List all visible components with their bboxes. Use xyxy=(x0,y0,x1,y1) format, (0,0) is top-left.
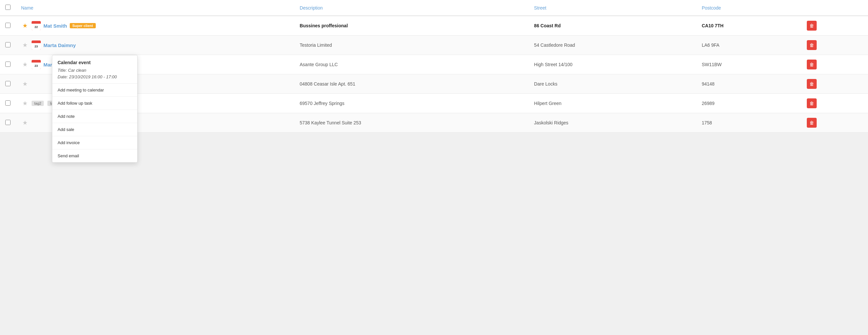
delete-button[interactable]: 🗑 xyxy=(807,60,817,69)
actions-cell: 🗑 xyxy=(802,35,868,55)
delete-button[interactable]: 🗑 xyxy=(807,40,817,50)
row-checkbox[interactable] xyxy=(5,62,10,67)
star-icon[interactable]: ★ xyxy=(22,41,28,49)
row-checkbox[interactable] xyxy=(5,23,10,28)
delete-button[interactable]: 🗑 xyxy=(807,118,817,128)
row-checkbox-cell xyxy=(0,16,16,35)
postcode-cell: LA6 9FA xyxy=(696,35,802,55)
description-cell: 5738 Kaylee Tunnel Suite 253 xyxy=(294,113,529,132)
street-cell: Jaskolski Ridges xyxy=(529,113,696,132)
description-cell: 04808 Ceasar Isle Apt. 651 xyxy=(294,74,529,94)
row-checkbox-cell xyxy=(0,94,16,113)
table-header: Name Description Street Postcode xyxy=(0,0,868,16)
street-cell: Dare Locks xyxy=(529,74,696,94)
star-icon[interactable]: ★ xyxy=(22,61,28,68)
table-row: ★23Martin KowalskyVIPCalendar eventTitle… xyxy=(0,55,868,74)
postcode-cell: 1758 xyxy=(696,113,802,132)
contact-badge: Super client xyxy=(70,23,96,28)
description-cell: Asante Group LLC xyxy=(294,55,529,74)
col-description: Description xyxy=(294,0,529,16)
table-row: ★23Marta DaimnyTestoria Limited54 Castle… xyxy=(0,35,868,55)
delete-button[interactable]: 🗑 xyxy=(807,98,817,108)
calendar-icon[interactable]: 23 xyxy=(32,40,41,50)
table-row: ★22Mat SmithSuper clientBussines proffes… xyxy=(0,16,868,35)
col-postcode: Postcode xyxy=(696,0,802,16)
select-all-checkbox[interactable] xyxy=(5,5,10,10)
popup-menu-item[interactable]: Add sale xyxy=(52,123,137,136)
row-checkbox[interactable] xyxy=(5,120,10,125)
actions-cell: 🗑 xyxy=(802,74,868,94)
postcode-cell: CA10 7TH xyxy=(696,16,802,35)
row-checkbox-cell xyxy=(0,113,16,132)
col-actions xyxy=(802,0,868,16)
calendar-icon[interactable]: 22 xyxy=(32,21,41,30)
row-checkbox[interactable] xyxy=(5,42,10,48)
name-cell: ★23Marta Daimny xyxy=(16,35,294,55)
popup-title: Calendar event xyxy=(58,60,132,65)
contact-tag: tag2 xyxy=(32,101,44,106)
actions-cell: 🗑 xyxy=(802,55,868,74)
popup-menu-item[interactable]: Send email xyxy=(52,149,137,162)
popup-event-date: Date: 23/10/2019 16:00 - 17:00 xyxy=(58,74,132,80)
actions-cell: 🗑 xyxy=(802,113,868,132)
popup-menu-item[interactable]: Add invoice xyxy=(52,136,137,149)
actions-cell: 🗑 xyxy=(802,94,868,113)
description-cell: Bussines proffesional xyxy=(294,16,529,35)
popup-menu-item[interactable]: Add meeting to calendar xyxy=(52,84,137,97)
row-checkbox-cell xyxy=(0,35,16,55)
street-cell: Hilpert Green xyxy=(529,94,696,113)
street-cell: High Street 14/100 xyxy=(529,55,696,74)
popup-menu-item[interactable]: Add follow up task xyxy=(52,97,137,110)
col-street: Street xyxy=(529,0,696,16)
name-cell: ★23Martin KowalskyVIPCalendar eventTitle… xyxy=(16,55,294,74)
context-popup: Calendar eventTitle: Car cleanDate: 23/1… xyxy=(52,55,137,162)
calendar-icon[interactable]: 23 xyxy=(32,60,41,69)
postcode-cell: 94148 xyxy=(696,74,802,94)
postcode-cell: SW11BW xyxy=(696,55,802,74)
star-icon[interactable]: ★ xyxy=(22,80,28,88)
popup-menu-item[interactable]: Add note xyxy=(52,110,137,123)
col-name: Name xyxy=(16,0,294,16)
popup-event-title: Title: Car clean xyxy=(58,67,132,74)
star-icon[interactable]: ★ xyxy=(22,22,28,29)
row-checkbox-cell xyxy=(0,55,16,74)
row-checkbox[interactable] xyxy=(5,100,10,105)
star-icon[interactable]: ★ xyxy=(22,119,28,126)
contact-name[interactable]: Mat Smith xyxy=(43,23,67,29)
name-cell: ★22Mat SmithSuper client xyxy=(16,16,294,35)
description-cell: 69570 Jeffrey Springs xyxy=(294,94,529,113)
star-icon[interactable]: ★ xyxy=(22,100,28,107)
row-checkbox-cell xyxy=(0,74,16,94)
description-cell: Testoria Limited xyxy=(294,35,529,55)
contact-name[interactable]: Marta Daimny xyxy=(43,42,76,48)
delete-button[interactable]: 🗑 xyxy=(807,79,817,89)
street-cell: 86 Coast Rd xyxy=(529,16,696,35)
actions-cell: 🗑 xyxy=(802,16,868,35)
col-checkbox xyxy=(0,0,16,16)
row-checkbox[interactable] xyxy=(5,81,10,86)
street-cell: 54 Castledore Road xyxy=(529,35,696,55)
postcode-cell: 26989 xyxy=(696,94,802,113)
delete-button[interactable]: 🗑 xyxy=(807,21,817,31)
